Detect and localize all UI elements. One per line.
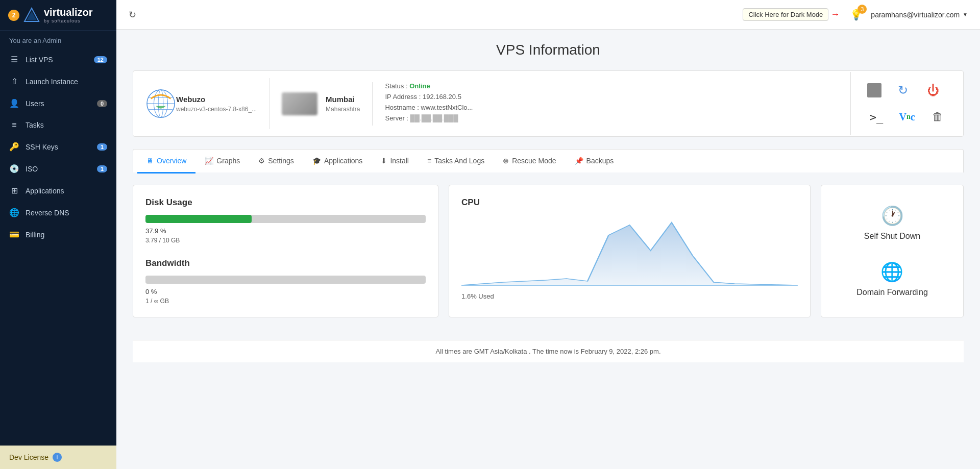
overview-content: Disk Usage 37.9 % 3.79 / 10 GB Bandwidth… [133, 172, 964, 340]
refresh-button[interactable]: ↻ [129, 9, 136, 20]
tab-tasks-logs[interactable]: ≡ Tasks And Logs [418, 150, 494, 174]
logo-subtitle: by softaculous [44, 18, 93, 23]
dark-mode-area: Click Here for Dark Mode → [743, 8, 842, 21]
iso-icon: 💿 [9, 164, 19, 174]
vps-info-row: Webuzo webuzo-v3-centos-7.8-x86_... Mumb… [133, 70, 964, 137]
tab-settings-label: Settings [268, 157, 294, 165]
sidebar-item-tasks[interactable]: ≡ Tasks [0, 114, 116, 136]
notification-badge: 3 [857, 5, 867, 14]
cpu-title: CPU [461, 198, 798, 208]
tab-install[interactable]: ⬇ Install [372, 150, 418, 174]
tabs-bar: 🖥 Overview 📈 Graphs ⚙ Settings 🎓 Applica… [133, 149, 964, 172]
arrow-right-icon: → [830, 9, 840, 20]
sidebar-label-list-vps: List VPS [26, 56, 94, 64]
cpu-used-label: 1.6% Used [461, 292, 798, 300]
sidebar-item-reverse-dns[interactable]: 🌐 Reverse DNS [0, 202, 116, 224]
sidebar-label-iso: ISO [26, 165, 97, 173]
vps-app-info: Webuzo webuzo-v3-centos-7.8-x86_... [176, 95, 257, 113]
location-flag-image [282, 92, 317, 115]
tab-overview[interactable]: 🖥 Overview [137, 150, 195, 174]
self-shutdown-icon: 🕐 [881, 205, 904, 227]
self-shutdown-card[interactable]: 🕐 Self Shut Down [864, 205, 920, 241]
delete-button[interactable]: 🗑 [928, 108, 947, 126]
sidebar-badge-iso: 1 [97, 165, 107, 172]
billing-icon: 💳 [9, 230, 19, 239]
restart-button[interactable]: ↻ [894, 81, 912, 100]
tab-rescue-mode[interactable]: ⊛ Rescue Mode [494, 150, 565, 174]
tab-graphs-label: Graphs [216, 157, 240, 165]
sidebar-badge-ssh-keys: 1 [97, 143, 107, 151]
sidebar-badge-list-vps: 12 [94, 56, 107, 63]
status-value: Online [409, 82, 430, 90]
bandwidth-percent-label: 0 % [145, 288, 426, 295]
ip-row: IP Address : 192.168.20.5 [385, 93, 838, 101]
tab-install-label: Install [390, 157, 409, 165]
user-menu[interactable]: paramhans@virtualizor.com ▼ [871, 11, 968, 19]
dev-license-label: Dev License [9, 453, 48, 461]
metrics-row: Disk Usage 37.9 % 3.79 / 10 GB Bandwidth… [133, 185, 964, 317]
tab-applications[interactable]: 🎓 Applications [303, 150, 372, 174]
disk-percent-label: 37.9 % [145, 227, 426, 235]
sidebar-item-billing[interactable]: 💳 Billing [0, 224, 116, 245]
reverse-dns-icon: 🌐 [9, 208, 19, 217]
sidebar: 2 virtualizor by softaculous You are an … [0, 0, 116, 469]
tab-applications-label: Applications [324, 157, 363, 165]
cpu-chart [461, 215, 798, 286]
domain-forwarding-card[interactable]: 🌐 Domain Forwarding [856, 261, 928, 297]
logo-area: 2 virtualizor by softaculous [0, 0, 116, 31]
disk-title: Disk Usage [145, 198, 426, 208]
tab-settings[interactable]: ⚙ Settings [249, 150, 303, 174]
svg-marker-9 [461, 223, 798, 285]
webuzo-logo [145, 88, 176, 119]
logo-text: virtualizor by softaculous [44, 7, 93, 23]
admin-label: You are an Admin [0, 31, 116, 48]
topbar-right: Click Here for Dark Mode → 💡 3 paramhans… [743, 8, 968, 21]
vnc-button[interactable]: Vnc [898, 108, 916, 126]
tab-install-icon: ⬇ [381, 157, 387, 165]
ssh-keys-icon: 🔑 [9, 142, 19, 152]
list-vps-icon: ☰ [9, 55, 19, 64]
tab-backups[interactable]: 📌 Backups [566, 150, 623, 174]
tab-graphs[interactable]: 📈 Graphs [195, 150, 249, 174]
sidebar-item-ssh-keys[interactable]: 🔑 SSH Keys 1 [0, 136, 116, 158]
tasks-icon: ≡ [9, 120, 19, 130]
sidebar-item-list-vps[interactable]: ☰ List VPS 12 [0, 48, 116, 70]
sidebar-item-applications[interactable]: ⊞ Applications [0, 180, 116, 202]
sidebar-label-billing: Billing [26, 231, 107, 239]
sidebar-label-launch-instance: Launch Instance [26, 78, 107, 86]
tab-graphs-icon: 📈 [205, 157, 213, 165]
hostname-label: Hostname : [385, 104, 419, 111]
vps-app-hostname: webuzo-v3-centos-7.8-x86_... [176, 106, 257, 113]
location-city: Mumbai [326, 95, 360, 104]
tab-overview-label: Overview [157, 157, 186, 165]
footer-text: All times are GMT Asia/Kolkata . The tim… [436, 348, 661, 355]
disk-section: Disk Usage 37.9 % 3.79 / 10 GB [145, 198, 426, 244]
disk-used: 3.79 / 10 GB [145, 237, 426, 244]
disk-progress-fill [145, 215, 252, 223]
page-content: VPS Information [116, 30, 980, 469]
status-row: Status : Online [385, 82, 838, 90]
sidebar-label-ssh-keys: SSH Keys [26, 143, 97, 151]
user-email: paramhans@virtualizor.com [871, 11, 960, 19]
power-button[interactable]: ⏻ [924, 81, 943, 100]
sidebar-label-applications: Applications [26, 187, 107, 195]
sidebar-item-users[interactable]: 👤 Users 0 [0, 92, 116, 114]
tab-rescue-mode-icon: ⊛ [503, 157, 509, 165]
hostname-value: www.testNxtClo... [421, 104, 473, 111]
sidebar-item-iso[interactable]: 💿 ISO 1 [0, 158, 116, 180]
terminal-button[interactable]: >_ [867, 108, 886, 126]
disk-bandwidth-card: Disk Usage 37.9 % 3.79 / 10 GB Bandwidth… [133, 185, 438, 317]
dev-license-item[interactable]: Dev License i [0, 446, 116, 469]
self-shutdown-label: Self Shut Down [864, 232, 920, 241]
hostname-row: Hostname : www.testNxtClo... [385, 104, 838, 111]
location-info: Mumbai Maharashtra [326, 95, 360, 113]
action-icons-row-1: ↻ ⏻ [867, 81, 947, 100]
vps-app-name: Webuzo [176, 95, 257, 104]
stop-button[interactable] [867, 83, 881, 97]
sidebar-label-users: Users [26, 100, 97, 108]
bandwidth-title: Bandwidth [145, 258, 426, 268]
dev-license-info-badge: i [53, 453, 62, 462]
tab-tasks-logs-icon: ≡ [427, 157, 431, 165]
notification-wrap: 💡 3 [850, 9, 863, 21]
sidebar-item-launch-instance[interactable]: ⇧ Launch Instance [0, 70, 116, 92]
